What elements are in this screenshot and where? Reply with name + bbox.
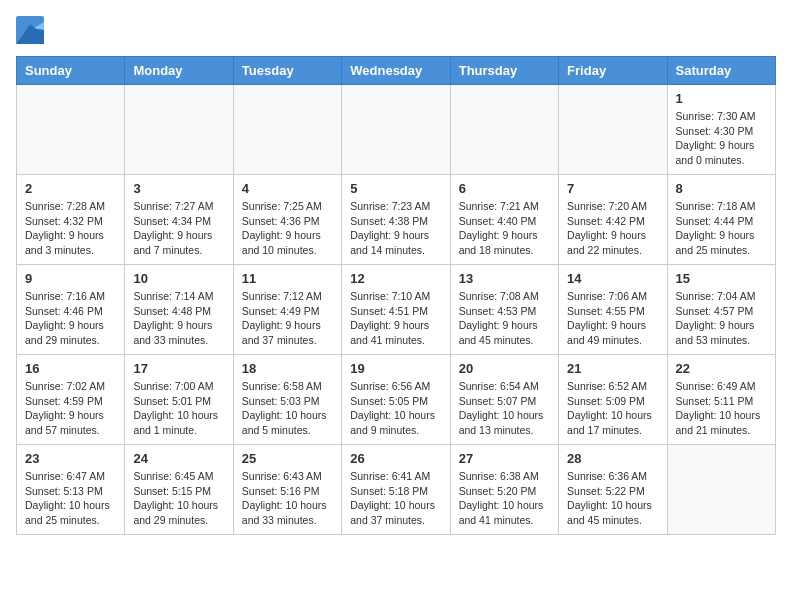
day-info: Sunrise: 7:28 AM Sunset: 4:32 PM Dayligh…: [25, 199, 116, 258]
calendar-day: [342, 85, 450, 175]
day-number: 22: [676, 361, 767, 376]
logo-icon: [16, 16, 44, 44]
day-number: 5: [350, 181, 441, 196]
day-number: 21: [567, 361, 658, 376]
calendar-day: 10Sunrise: 7:14 AM Sunset: 4:48 PM Dayli…: [125, 265, 233, 355]
day-info: Sunrise: 6:56 AM Sunset: 5:05 PM Dayligh…: [350, 379, 441, 438]
day-info: Sunrise: 7:10 AM Sunset: 4:51 PM Dayligh…: [350, 289, 441, 348]
day-number: 19: [350, 361, 441, 376]
calendar-day: 8Sunrise: 7:18 AM Sunset: 4:44 PM Daylig…: [667, 175, 775, 265]
day-number: 13: [459, 271, 550, 286]
day-number: 10: [133, 271, 224, 286]
calendar-day: [17, 85, 125, 175]
calendar-day: [125, 85, 233, 175]
calendar-day: 5Sunrise: 7:23 AM Sunset: 4:38 PM Daylig…: [342, 175, 450, 265]
day-number: 15: [676, 271, 767, 286]
calendar-week-row: 9Sunrise: 7:16 AM Sunset: 4:46 PM Daylig…: [17, 265, 776, 355]
calendar-day: [233, 85, 341, 175]
day-number: 6: [459, 181, 550, 196]
calendar-day: 18Sunrise: 6:58 AM Sunset: 5:03 PM Dayli…: [233, 355, 341, 445]
day-info: Sunrise: 7:21 AM Sunset: 4:40 PM Dayligh…: [459, 199, 550, 258]
day-number: 20: [459, 361, 550, 376]
calendar-day: [667, 445, 775, 535]
weekday-header-thursday: Thursday: [450, 57, 558, 85]
day-info: Sunrise: 7:00 AM Sunset: 5:01 PM Dayligh…: [133, 379, 224, 438]
calendar-day: 2Sunrise: 7:28 AM Sunset: 4:32 PM Daylig…: [17, 175, 125, 265]
weekday-header-wednesday: Wednesday: [342, 57, 450, 85]
day-info: Sunrise: 7:20 AM Sunset: 4:42 PM Dayligh…: [567, 199, 658, 258]
day-info: Sunrise: 7:23 AM Sunset: 4:38 PM Dayligh…: [350, 199, 441, 258]
day-info: Sunrise: 7:12 AM Sunset: 4:49 PM Dayligh…: [242, 289, 333, 348]
calendar-day: 15Sunrise: 7:04 AM Sunset: 4:57 PM Dayli…: [667, 265, 775, 355]
calendar-day: 11Sunrise: 7:12 AM Sunset: 4:49 PM Dayli…: [233, 265, 341, 355]
calendar-day: 24Sunrise: 6:45 AM Sunset: 5:15 PM Dayli…: [125, 445, 233, 535]
day-number: 14: [567, 271, 658, 286]
day-info: Sunrise: 6:41 AM Sunset: 5:18 PM Dayligh…: [350, 469, 441, 528]
day-number: 1: [676, 91, 767, 106]
calendar-day: 3Sunrise: 7:27 AM Sunset: 4:34 PM Daylig…: [125, 175, 233, 265]
day-number: 11: [242, 271, 333, 286]
calendar-week-row: 16Sunrise: 7:02 AM Sunset: 4:59 PM Dayli…: [17, 355, 776, 445]
day-info: Sunrise: 7:30 AM Sunset: 4:30 PM Dayligh…: [676, 109, 767, 168]
calendar-day: 20Sunrise: 6:54 AM Sunset: 5:07 PM Dayli…: [450, 355, 558, 445]
weekday-header-tuesday: Tuesday: [233, 57, 341, 85]
day-info: Sunrise: 7:06 AM Sunset: 4:55 PM Dayligh…: [567, 289, 658, 348]
day-number: 23: [25, 451, 116, 466]
day-number: 27: [459, 451, 550, 466]
weekday-header-saturday: Saturday: [667, 57, 775, 85]
day-number: 4: [242, 181, 333, 196]
day-info: Sunrise: 7:18 AM Sunset: 4:44 PM Dayligh…: [676, 199, 767, 258]
calendar-day: 23Sunrise: 6:47 AM Sunset: 5:13 PM Dayli…: [17, 445, 125, 535]
weekday-header-monday: Monday: [125, 57, 233, 85]
day-info: Sunrise: 6:52 AM Sunset: 5:09 PM Dayligh…: [567, 379, 658, 438]
calendar-day: 4Sunrise: 7:25 AM Sunset: 4:36 PM Daylig…: [233, 175, 341, 265]
calendar-day: 22Sunrise: 6:49 AM Sunset: 5:11 PM Dayli…: [667, 355, 775, 445]
day-info: Sunrise: 7:04 AM Sunset: 4:57 PM Dayligh…: [676, 289, 767, 348]
day-number: 17: [133, 361, 224, 376]
day-number: 8: [676, 181, 767, 196]
calendar-day: 28Sunrise: 6:36 AM Sunset: 5:22 PM Dayli…: [559, 445, 667, 535]
calendar-day: 27Sunrise: 6:38 AM Sunset: 5:20 PM Dayli…: [450, 445, 558, 535]
day-number: 7: [567, 181, 658, 196]
calendar-day: 19Sunrise: 6:56 AM Sunset: 5:05 PM Dayli…: [342, 355, 450, 445]
calendar-day: 16Sunrise: 7:02 AM Sunset: 4:59 PM Dayli…: [17, 355, 125, 445]
day-info: Sunrise: 7:02 AM Sunset: 4:59 PM Dayligh…: [25, 379, 116, 438]
calendar-day: 9Sunrise: 7:16 AM Sunset: 4:46 PM Daylig…: [17, 265, 125, 355]
calendar-day: [450, 85, 558, 175]
calendar-week-row: 23Sunrise: 6:47 AM Sunset: 5:13 PM Dayli…: [17, 445, 776, 535]
calendar-day: 26Sunrise: 6:41 AM Sunset: 5:18 PM Dayli…: [342, 445, 450, 535]
day-info: Sunrise: 6:45 AM Sunset: 5:15 PM Dayligh…: [133, 469, 224, 528]
page-header: [16, 16, 776, 44]
calendar-day: 6Sunrise: 7:21 AM Sunset: 4:40 PM Daylig…: [450, 175, 558, 265]
day-info: Sunrise: 6:43 AM Sunset: 5:16 PM Dayligh…: [242, 469, 333, 528]
day-number: 2: [25, 181, 116, 196]
day-info: Sunrise: 6:36 AM Sunset: 5:22 PM Dayligh…: [567, 469, 658, 528]
day-info: Sunrise: 6:49 AM Sunset: 5:11 PM Dayligh…: [676, 379, 767, 438]
logo: [16, 16, 50, 44]
calendar-week-row: 1Sunrise: 7:30 AM Sunset: 4:30 PM Daylig…: [17, 85, 776, 175]
day-info: Sunrise: 7:25 AM Sunset: 4:36 PM Dayligh…: [242, 199, 333, 258]
weekday-header-sunday: Sunday: [17, 57, 125, 85]
weekday-header-friday: Friday: [559, 57, 667, 85]
day-info: Sunrise: 6:58 AM Sunset: 5:03 PM Dayligh…: [242, 379, 333, 438]
calendar-week-row: 2Sunrise: 7:28 AM Sunset: 4:32 PM Daylig…: [17, 175, 776, 265]
day-number: 18: [242, 361, 333, 376]
day-number: 26: [350, 451, 441, 466]
day-info: Sunrise: 7:27 AM Sunset: 4:34 PM Dayligh…: [133, 199, 224, 258]
day-number: 28: [567, 451, 658, 466]
day-number: 16: [25, 361, 116, 376]
calendar-day: 12Sunrise: 7:10 AM Sunset: 4:51 PM Dayli…: [342, 265, 450, 355]
calendar-day: 14Sunrise: 7:06 AM Sunset: 4:55 PM Dayli…: [559, 265, 667, 355]
day-info: Sunrise: 6:54 AM Sunset: 5:07 PM Dayligh…: [459, 379, 550, 438]
calendar-day: 17Sunrise: 7:00 AM Sunset: 5:01 PM Dayli…: [125, 355, 233, 445]
day-number: 25: [242, 451, 333, 466]
day-info: Sunrise: 7:14 AM Sunset: 4:48 PM Dayligh…: [133, 289, 224, 348]
calendar-day: 21Sunrise: 6:52 AM Sunset: 5:09 PM Dayli…: [559, 355, 667, 445]
day-info: Sunrise: 7:16 AM Sunset: 4:46 PM Dayligh…: [25, 289, 116, 348]
calendar-table: SundayMondayTuesdayWednesdayThursdayFrid…: [16, 56, 776, 535]
day-number: 3: [133, 181, 224, 196]
calendar-day: [559, 85, 667, 175]
day-number: 12: [350, 271, 441, 286]
day-info: Sunrise: 6:38 AM Sunset: 5:20 PM Dayligh…: [459, 469, 550, 528]
calendar-day: 13Sunrise: 7:08 AM Sunset: 4:53 PM Dayli…: [450, 265, 558, 355]
